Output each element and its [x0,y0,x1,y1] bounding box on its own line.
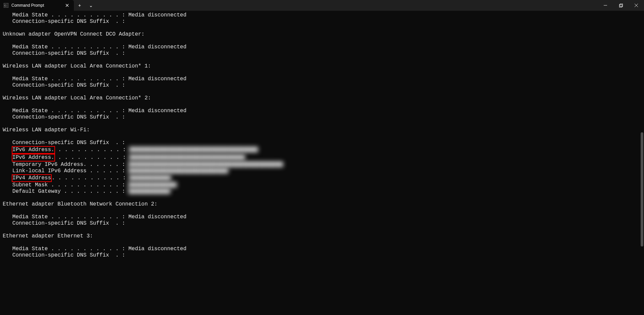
close-icon [635,4,638,7]
terminal-line-empty [3,57,644,63]
plus-icon: + [78,3,81,8]
terminal-line: Link-local IPv6 Address . . . . . : ████… [3,168,644,174]
titlebar-spacer [97,0,598,11]
terminal-line: Connection-specific DNS Suffix . : [3,82,644,89]
terminal-line-empty [3,239,644,246]
terminal-line: Media State . . . . . . . . . . . : Medi… [3,76,644,82]
highlight-ipv6-address-2: IPv6 Address. [12,154,55,162]
terminal-line: Unknown adapter OpenVPN Connect DCO Adap… [3,31,644,38]
tab-dropdown-button[interactable]: ⌄ [85,0,97,11]
terminal-line: Connection-specific DNS Suffix . : [3,252,644,259]
terminal-line: Media State . . . . . . . . . . . : Medi… [3,44,644,50]
chevron-down-icon: ⌄ [89,3,93,8]
terminal-line-empty [3,101,644,108]
terminal-line-empty [3,25,644,31]
redacted-value: ████████████████████████████████████████ [129,147,258,153]
close-window-button[interactable] [629,0,644,11]
close-tab-button[interactable] [64,2,71,9]
terminal-line-empty [3,195,644,201]
redacted-value: ███████████████ [128,182,177,188]
terminal-line-empty [3,208,644,214]
terminal-line-empty [3,70,644,76]
terminal-area[interactable]: Media State . . . . . . . . . . . : Medi… [0,11,644,315]
minimize-button[interactable] [598,0,613,11]
svg-rect-5 [619,4,622,7]
redacted-value: ████████████████████████████████████ [129,154,245,161]
terminal-line: Connection-specific DNS Suffix . : [3,18,644,25]
terminal-line-empty [3,38,644,44]
terminal-line: Wireless LAN adapter Local Area Connecti… [3,95,644,101]
redacted-value: █████████████ [129,175,171,181]
highlight-ipv4-address: IPv4 Address [12,174,52,182]
terminal-line-empty [3,227,644,233]
new-tab-button[interactable]: + [74,0,85,11]
tab-title: Command Prompt [11,3,64,8]
terminal-line-empty [3,89,644,95]
maximize-button[interactable] [613,0,629,11]
redacted-value: ████████████████████████████████████████… [128,162,283,168]
terminal-line: IPv4 Address. . . . . . . . . . . : ████… [3,174,644,182]
active-tab[interactable]: C: Command Prompt [0,0,74,11]
terminal-line: Connection-specific DNS Suffix . : [3,114,644,121]
terminal-line: Wireless LAN adapter Local Area Connecti… [3,63,644,70]
terminal-line: Default Gateway . . . . . . . . . : ████… [3,188,644,195]
terminal-line: Media State . . . . . . . . . . . : Medi… [3,108,644,114]
terminal-line: Media State . . . . . . . . . . . : Medi… [3,214,644,220]
scrollbar-thumb[interactable] [641,132,643,246]
svg-text:C:: C: [4,4,8,7]
window-controls [598,0,644,11]
terminal-line: Subnet Mask . . . . . . . . . . . : ████… [3,182,644,188]
terminal-line: Media State . . . . . . . . . . . : Medi… [3,12,644,18]
terminal-line: Ethernet adapter Bluetooth Network Conne… [3,201,644,208]
redacted-value: ███████████████████████████████ [128,168,228,174]
terminal-line: Temporary IPv6 Address. . . . . . : ████… [3,162,644,168]
terminal-line-empty [3,133,644,140]
terminal-line: Connection-specific DNS Suffix . : [3,140,644,146]
terminal-line: Connection-specific DNS Suffix . : [3,220,644,227]
terminal-line: Media State . . . . . . . . . . . : Medi… [3,246,644,252]
terminal-line: Connection-specific DNS Suffix . : [3,50,644,57]
terminal-line-empty [3,121,644,127]
maximize-icon [619,4,623,7]
minimize-icon [604,4,607,7]
title-bar: C: Command Prompt + ⌄ [0,0,644,11]
terminal-line: Ethernet adapter Ethernet 3: [3,233,644,239]
svg-rect-6 [620,4,623,6]
terminal-line: IPv6 Address. . . . . . . . . . . : ████… [3,154,644,162]
cmd-icon: C: [3,3,9,8]
highlight-ipv6-address-1: IPv6 Address. [12,146,55,154]
terminal-line: IPv6 Address. . . . . . . . . . . : ████… [3,146,644,154]
terminal-line: Wireless LAN adapter Wi-Fi: [3,127,644,133]
redacted-value: █████████████ [128,188,170,195]
